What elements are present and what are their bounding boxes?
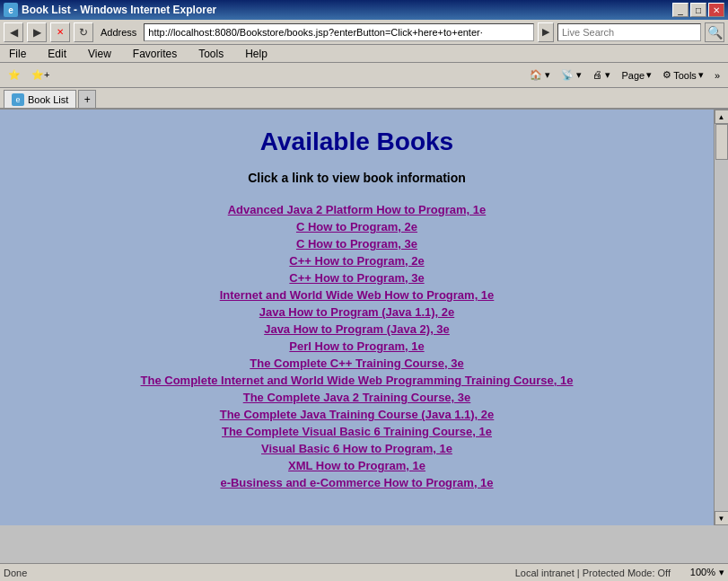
book-link[interactable]: XML How to Program, 1e xyxy=(18,459,696,472)
scroll-down-button[interactable]: ▼ xyxy=(715,511,729,525)
book-link[interactable]: C++ How to Program, 2e xyxy=(18,254,696,268)
book-link[interactable]: The Complete Java 2 Training Course, 3e xyxy=(18,391,696,404)
book-list: Advanced Java 2 Platform How to Program,… xyxy=(18,203,696,489)
feeds-button[interactable]: 📡 ▾ xyxy=(557,66,586,85)
book-link[interactable]: Internet and World Wide Web How to Progr… xyxy=(18,288,696,302)
menu-file[interactable]: File xyxy=(4,46,31,62)
toolbar: ⭐ ⭐+ 🏠 ▾ 📡 ▾ 🖨 ▾ Page ▾ ⚙ Tools ▾ » xyxy=(0,63,728,88)
print-button[interactable]: 🖨 ▾ xyxy=(588,66,615,85)
status-text: Done xyxy=(4,568,27,578)
zone-text: Local intranet | Protected Mode: Off xyxy=(515,568,671,578)
book-link[interactable]: The Complete C++ Training Course, 3e xyxy=(18,357,696,370)
tab-label: Book List xyxy=(28,94,68,105)
add-favorites-button[interactable]: ⭐+ xyxy=(27,66,54,85)
home-button[interactable]: 🏠 ▾ xyxy=(525,66,555,85)
search-input[interactable] xyxy=(557,23,701,41)
book-link[interactable]: The Complete Visual Basic 6 Training Cou… xyxy=(18,425,696,438)
zoom-icon: ▾ xyxy=(719,567,724,578)
forward-button[interactable]: ▶ xyxy=(27,22,47,42)
menu-help[interactable]: Help xyxy=(240,46,273,62)
book-link[interactable]: Visual Basic 6 How to Program, 1e xyxy=(18,442,696,455)
book-link[interactable]: C++ How to Program, 3e xyxy=(18,271,696,285)
new-tab-button[interactable]: + xyxy=(78,90,96,108)
menu-edit[interactable]: Edit xyxy=(42,46,72,62)
title-bar: e Book List - Windows Internet Explorer … xyxy=(0,0,728,20)
search-button[interactable]: 🔍 xyxy=(705,22,724,42)
book-link[interactable]: C How to Program, 2e xyxy=(18,220,696,233)
maximize-button[interactable]: □ xyxy=(690,3,706,17)
expand-button[interactable]: » xyxy=(710,66,724,85)
minimize-button[interactable]: _ xyxy=(672,3,689,17)
content-area: Available Books Click a link to view boo… xyxy=(0,110,714,525)
tab-book-list[interactable]: e Book List xyxy=(4,90,76,108)
browser-icon: e xyxy=(4,3,18,17)
tools-button[interactable]: ⚙ Tools ▾ xyxy=(658,66,708,85)
tab-icon: e xyxy=(12,93,24,106)
scroll-thumb[interactable] xyxy=(715,124,728,160)
page-subtitle: Click a link to view book information xyxy=(18,171,696,185)
address-input[interactable] xyxy=(144,23,534,41)
scrollbar[interactable]: ▲ ▼ xyxy=(714,110,728,525)
book-link[interactable]: e-Business and e-Commerce How to Program… xyxy=(18,476,696,489)
go-button[interactable]: ▶ xyxy=(538,22,554,42)
scroll-up-button[interactable]: ▲ xyxy=(715,110,729,124)
scroll-track[interactable] xyxy=(715,124,729,511)
refresh-button[interactable]: ↻ xyxy=(74,22,93,42)
address-label: Address xyxy=(97,27,140,38)
status-bar: Done Local intranet | Protected Mode: Of… xyxy=(0,563,728,581)
book-link[interactable]: Java How to Program (Java 2), 3e xyxy=(18,322,696,336)
tab-bar: e Book List + xyxy=(0,88,728,110)
close-button[interactable]: ✕ xyxy=(708,3,724,17)
book-link[interactable]: C How to Program, 3e xyxy=(18,237,696,251)
menu-favorites[interactable]: Favorites xyxy=(127,46,182,62)
book-link[interactable]: Advanced Java 2 Platform How to Program,… xyxy=(18,203,696,216)
book-link[interactable]: The Complete Java Training Course (Java … xyxy=(18,408,696,421)
zoom-text: 100% xyxy=(690,567,715,578)
favorites-star-button[interactable]: ⭐ xyxy=(4,66,25,85)
address-bar: ◀ ▶ ✕ ↻ Address ▶ 🔍 xyxy=(0,20,728,45)
page-title: Available Books xyxy=(18,128,696,156)
back-button[interactable]: ◀ xyxy=(4,22,23,42)
book-link[interactable]: The Complete Internet and World Wide Web… xyxy=(18,374,696,387)
menu-tools[interactable]: Tools xyxy=(193,46,229,62)
stop-button[interactable]: ✕ xyxy=(50,22,70,42)
book-link[interactable]: Perl How to Program, 1e xyxy=(18,339,696,353)
browser-content-wrapper: Available Books Click a link to view boo… xyxy=(0,110,728,525)
menu-bar: File Edit View Favorites Tools Help xyxy=(0,45,728,63)
page-button[interactable]: Page ▾ xyxy=(617,66,656,85)
book-link[interactable]: Java How to Program (Java 1.1), 2e xyxy=(18,305,696,319)
menu-view[interactable]: View xyxy=(83,46,117,62)
window-title: Book List - Windows Internet Explorer xyxy=(22,4,216,16)
window-controls[interactable]: _ □ ✕ xyxy=(672,3,724,17)
